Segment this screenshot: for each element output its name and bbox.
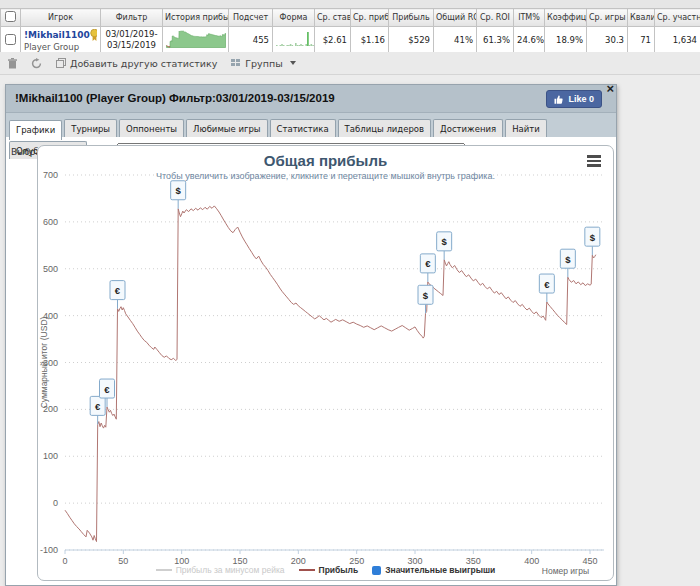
form-spark-bar bbox=[280, 45, 282, 46]
legend-item-bigwins[interactable]: Значительные выигрыши bbox=[372, 565, 495, 575]
tab-7[interactable]: Найти bbox=[505, 119, 547, 137]
groups-button[interactable]: Группы bbox=[231, 58, 295, 69]
refresh-icon bbox=[31, 58, 42, 69]
column-header-2[interactable]: История прибыли bbox=[163, 9, 229, 27]
column-header-11[interactable]: Коэффициент bbox=[545, 9, 587, 27]
legend-swatch-bigwins bbox=[372, 566, 381, 575]
y-tick-label: -100 bbox=[40, 545, 58, 555]
form-spark-bar bbox=[305, 44, 307, 46]
chart-container: -100010020030040050060070005010015020025… bbox=[37, 145, 614, 581]
table-header-row: ИгрокФильтрИстория прибылиПодсчетФормаСр… bbox=[1, 9, 700, 27]
column-header-3[interactable]: Подсчет bbox=[229, 9, 273, 27]
groups-icon bbox=[231, 59, 241, 67]
flag-symbol: € bbox=[104, 384, 110, 395]
flag-symbol: € bbox=[425, 258, 431, 269]
avg-roi-cell: 61.3% bbox=[477, 27, 514, 54]
tab-1[interactable]: Турниры bbox=[64, 119, 117, 137]
select-all-header bbox=[1, 9, 21, 27]
total-roi-cell: 41% bbox=[434, 27, 477, 54]
avg-entrants-cell: 1,634 bbox=[655, 27, 700, 54]
form-spark-bar bbox=[288, 45, 290, 46]
column-header-7[interactable]: Прибыль bbox=[389, 9, 434, 27]
column-header-13[interactable]: Квалифи bbox=[628, 9, 655, 27]
legend-swatch-profit bbox=[299, 569, 315, 571]
y-tick-label: 100 bbox=[43, 451, 58, 461]
delete-button[interactable] bbox=[8, 58, 17, 69]
form-sparkline-cell[interactable] bbox=[273, 27, 315, 54]
tab-5[interactable]: Таблицы лидеров bbox=[338, 119, 431, 137]
column-header-1[interactable]: Фильтр bbox=[101, 9, 163, 27]
table-row: !Mikhail1100 Player Group 03/01/2019-03/… bbox=[1, 27, 700, 54]
flag-symbol: € bbox=[115, 285, 121, 296]
row-checkbox[interactable] bbox=[5, 34, 16, 45]
column-header-4[interactable]: Форма bbox=[273, 9, 315, 27]
x-axis-title: Номер игры bbox=[542, 566, 589, 576]
tab-bar: ГрафикиТурнирыОппонентыЛюбимые игрыСтати… bbox=[6, 113, 616, 138]
count-cell: 455 bbox=[229, 27, 273, 54]
legend-item-rake[interactable]: Прибыль за минусом рейка bbox=[156, 565, 285, 575]
avg-stake-cell: $2.61 bbox=[315, 27, 351, 54]
player-group-label: Player Group bbox=[24, 42, 97, 52]
form-spark-bar bbox=[297, 45, 299, 46]
y-tick-label: 600 bbox=[43, 217, 58, 227]
thumb-up-icon bbox=[554, 95, 564, 104]
flag-symbol: $ bbox=[590, 232, 596, 243]
add-statistic-button[interactable]: Добавить другую статистику bbox=[56, 58, 217, 69]
refresh-button[interactable] bbox=[31, 58, 42, 69]
tab-3[interactable]: Любимые игры bbox=[186, 119, 267, 137]
form-sparkline bbox=[276, 31, 314, 47]
form-spark-bar bbox=[292, 45, 294, 46]
quali-cell: 71 bbox=[628, 27, 655, 54]
legend-swatch-rake bbox=[156, 569, 172, 571]
chevron-down-icon bbox=[290, 61, 296, 65]
legend-item-profit[interactable]: Прибыль bbox=[299, 565, 359, 575]
chart-subtitle: Чтобы увеличить изображение, кликните и … bbox=[38, 171, 613, 181]
flag-symbol: $ bbox=[565, 254, 571, 265]
form-spark-bar bbox=[307, 32, 309, 46]
chart-menu-icon[interactable] bbox=[587, 155, 602, 169]
form-spark-bar bbox=[300, 44, 302, 46]
column-header-12[interactable]: Ср. игры / де bbox=[587, 9, 628, 27]
column-header-0[interactable]: Игрок bbox=[21, 9, 101, 27]
groups-label: Группы bbox=[245, 58, 282, 69]
popup-header: !Mikhail1100 (Player Group) Фильтр:03/01… bbox=[6, 85, 616, 113]
form-spark-bar bbox=[290, 44, 292, 46]
top-strip bbox=[0, 0, 700, 8]
toolbar: Добавить другую статистику Группы bbox=[0, 52, 700, 75]
flag-symbol: $ bbox=[423, 290, 429, 301]
profit-spark-area bbox=[167, 31, 226, 48]
column-header-14[interactable]: Ср. участник bbox=[655, 9, 700, 27]
y-axis-title: Суммарный итог (USD) bbox=[39, 316, 49, 408]
form-spark-bar bbox=[311, 44, 313, 46]
player-name-link[interactable]: !Mikhail1100 bbox=[24, 30, 90, 40]
profit-sparkline bbox=[166, 30, 226, 48]
tab-0[interactable]: Графики bbox=[9, 120, 62, 140]
add-statistic-label: Добавить другую статистику bbox=[70, 58, 217, 69]
filter-cell: 03/01/2019-03/15/2019 bbox=[101, 27, 163, 54]
column-header-10[interactable]: ITM% bbox=[514, 9, 545, 27]
flag-symbol: $ bbox=[176, 185, 182, 196]
form-spark-bar bbox=[312, 45, 314, 46]
avg-games-cell: 30.3 bbox=[587, 27, 628, 54]
close-icon[interactable]: × bbox=[606, 82, 614, 95]
y-tick-label: 0 bbox=[53, 498, 58, 508]
form-spark-bar bbox=[276, 45, 278, 46]
column-header-9[interactable]: Ср. ROI bbox=[477, 9, 514, 27]
form-spark-bar bbox=[281, 44, 283, 46]
column-header-8[interactable]: Общий ROI bbox=[434, 9, 477, 27]
column-header-6[interactable]: Ср. прибыль bbox=[351, 9, 389, 27]
column-header-5[interactable]: Ср. ставка bbox=[315, 9, 351, 27]
flag-symbol: $ bbox=[442, 236, 448, 247]
facebook-like-button[interactable]: Like 0 bbox=[546, 90, 602, 108]
tab-2[interactable]: Оппоненты bbox=[119, 119, 184, 137]
profit-cell: $529 bbox=[389, 27, 434, 54]
profit-history-sparkline-cell[interactable] bbox=[163, 27, 229, 54]
chart-plot-area[interactable]: -100010020030040050060070005010015020025… bbox=[38, 146, 613, 580]
tab-4[interactable]: Статистика bbox=[270, 119, 336, 137]
flag-symbol: € bbox=[544, 279, 550, 290]
select-all-checkbox[interactable] bbox=[5, 11, 16, 22]
form-spark-bar bbox=[299, 45, 301, 46]
avg-profit-cell: $1.16 bbox=[351, 27, 389, 54]
tab-6[interactable]: Достижения bbox=[433, 119, 503, 137]
badge-icon bbox=[90, 29, 97, 41]
